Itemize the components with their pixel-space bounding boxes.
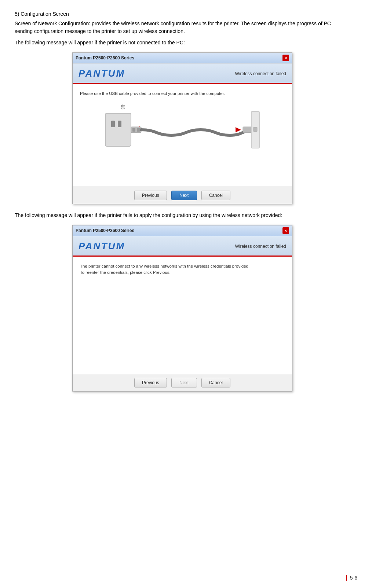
- dialog2-logo: PANTUM: [79, 240, 125, 252]
- dialog2-title: Pantum P2500-P2600 Series: [76, 228, 134, 233]
- svg-rect-12: [254, 127, 257, 132]
- intro-text: Screen of Network Configuration: provide…: [15, 20, 350, 35]
- svg-rect-9: [243, 127, 252, 133]
- dialog2-body-line1: The printer cannot connect to any wirele…: [80, 264, 249, 268]
- svg-rect-3: [111, 121, 115, 127]
- dialog2-titlebar: Pantum P2500-P2600 Series ×: [73, 225, 292, 236]
- dialog1-previous-button[interactable]: Previous: [134, 191, 167, 200]
- usb-cable-illustration: ⬡ ⊕: [80, 102, 285, 157]
- svg-rect-4: [118, 121, 121, 127]
- dialog1-header: PANTUM Wireless connection failed: [73, 63, 292, 84]
- second-message-intro: The following message will appear if the…: [15, 212, 350, 219]
- svg-marker-10: [236, 127, 241, 132]
- page-number: 5-6: [346, 575, 357, 581]
- svg-rect-8: [137, 128, 140, 132]
- dialog1-window: Pantum P2500-P2600 Series × PANTUM Wirel…: [72, 52, 292, 204]
- dialog1-cancel-button[interactable]: Cancel: [201, 191, 230, 200]
- dialog2-header: PANTUM Wireless connection failed: [73, 236, 292, 257]
- dialog2-status: Wireless connection failed: [235, 244, 286, 249]
- dialog1-body-text: Please use the USB cable provided to con…: [80, 91, 285, 96]
- dialog2-cancel-button[interactable]: Cancel: [201, 378, 230, 387]
- dialog1-next-button[interactable]: Next: [171, 191, 197, 200]
- svg-rect-7: [132, 128, 135, 132]
- dialog1-close-button[interactable]: ×: [282, 55, 289, 61]
- dialog2-container: Pantum P2500-P2600 Series × PANTUM Wirel…: [15, 225, 350, 392]
- dialog2-close-button[interactable]: ×: [282, 227, 289, 234]
- dialog2-next-button: Next: [171, 378, 197, 387]
- dialog2-previous-button[interactable]: Previous: [134, 378, 167, 387]
- svg-rect-2: [105, 113, 131, 146]
- dialog1-body: Please use the USB cable provided to con…: [73, 84, 292, 187]
- dialog1-logo: PANTUM: [79, 68, 125, 79]
- dialog2-body-text: The printer cannot connect to any wirele…: [80, 263, 285, 276]
- dialog1-title: Pantum P2500-P2600 Series: [76, 55, 134, 60]
- dialog2-window: Pantum P2500-P2600 Series × PANTUM Wirel…: [72, 225, 292, 392]
- dialog1-titlebar: Pantum P2500-P2600 Series ×: [73, 53, 292, 63]
- dialog2-body-line2: To reenter the credentials, please click…: [80, 270, 171, 275]
- dialog2-body: The printer cannot connect to any wirele…: [73, 257, 292, 374]
- svg-text:⊕: ⊕: [121, 104, 125, 109]
- dialog2-footer: Previous Next Cancel: [73, 374, 292, 391]
- first-message-intro: The following message will appear if the…: [15, 39, 350, 47]
- dialog1-footer: Previous Next Cancel: [73, 187, 292, 204]
- dialog1-status: Wireless connection failed: [235, 71, 286, 76]
- section-title: 5) Configuration Screen: [15, 11, 350, 17]
- dialog1-container: Pantum P2500-P2600 Series × PANTUM Wirel…: [15, 52, 350, 204]
